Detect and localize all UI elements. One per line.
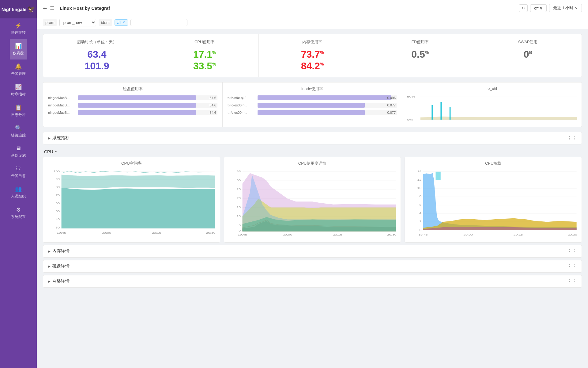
refresh-icon: ↻ xyxy=(522,6,525,10)
svg-text:20:30: 20:30 xyxy=(206,231,215,234)
bottom-section-arrow-icon-2: ▶ xyxy=(48,280,51,283)
svg-text:20:30: 20:30 xyxy=(563,121,573,122)
inode-bar-value-0: 0.096 xyxy=(387,96,396,100)
stat-title-2: 内存使用率 xyxy=(302,39,322,45)
stat-value1-3: 0.5% xyxy=(411,48,429,60)
stat-value1-4: 0B xyxy=(524,48,532,60)
filter-label-prom: prom xyxy=(43,19,57,26)
disk-panel-title: 磁盘使用率 xyxy=(48,86,217,92)
bottom-section-1: ▶ 磁盘详情 ⋮⋮ xyxy=(43,260,582,273)
refresh-button[interactable]: ↻ xyxy=(519,4,528,12)
stat-unit1-3: % xyxy=(425,50,429,55)
filter-tag-close-icon[interactable]: ✕ xyxy=(123,21,125,25)
cpu-load-title: CPU负载 xyxy=(410,161,577,166)
off-button[interactable]: off ∨ xyxy=(530,4,547,12)
stat-title-4: SWAP使用 xyxy=(518,39,538,45)
inode-bar-value-1: 0.077 xyxy=(387,103,396,107)
sidebar-icon-alert-mgmt: 🔔 xyxy=(15,63,22,70)
collapse-icon[interactable]: ☰ xyxy=(50,5,54,11)
svg-text:0: 0 xyxy=(239,229,241,232)
sidebar-item-org[interactable]: 👥人员组织 xyxy=(10,182,27,203)
bottom-section-header-2[interactable]: ▶ 网络详情 ⋮⋮ xyxy=(43,275,582,287)
svg-text:20:30: 20:30 xyxy=(568,233,577,236)
disk-bar-value-2: 84.6 xyxy=(210,111,216,114)
filterbar: prom prom_new ident all ✕ xyxy=(37,16,588,29)
svg-text:70: 70 xyxy=(56,194,60,197)
io-panel-title: io_util xyxy=(407,86,577,91)
svg-rect-63 xyxy=(436,172,441,180)
disk-bar-fill-0 xyxy=(78,95,196,100)
inode-panel: inode使用率 tt-fc-n9e.nj-/ 0.096 tt-fc-es00… xyxy=(223,82,402,127)
stat-value2-2: 84.2% xyxy=(301,60,324,72)
sidebar-item-infra[interactable]: 🖥基础设施 xyxy=(10,142,27,162)
stat-value1-1: 17.1% xyxy=(193,48,216,60)
system-arrow-icon: ▶ xyxy=(48,136,51,140)
inode-panel-title: inode使用率 xyxy=(228,86,397,92)
filter-select-prom[interactable]: prom_new xyxy=(59,19,96,26)
topbar: ⬅ ☰ Linux Host by Categraf ↻ off ∨ 最近 1 … xyxy=(37,0,588,16)
stat-value2-1: 33.5% xyxy=(193,60,216,72)
svg-text:40: 40 xyxy=(56,218,60,221)
filter-search-input[interactable] xyxy=(130,19,187,26)
back-icon[interactable]: ⬅ xyxy=(43,5,47,11)
sidebar-icon-infra: 🖥 xyxy=(16,145,21,152)
sidebar-item-quick-jump[interactable]: ⚡快速跳转 xyxy=(10,18,27,39)
svg-text:100: 100 xyxy=(54,170,60,173)
disk-bar-container-2: 84.6 xyxy=(78,110,217,115)
cpu-section-title: CPU ▾ xyxy=(44,149,57,154)
cpu-idle-title: CPU空闲率 xyxy=(48,161,215,166)
svg-text:20:00: 20:00 xyxy=(460,121,470,122)
sidebar-item-system-cfg[interactable]: ⚙系统配置 xyxy=(10,203,27,223)
app-name: Nightingale xyxy=(2,7,27,12)
bottom-section-header-0[interactable]: ▶ 内存详情 ⋮⋮ xyxy=(43,245,582,257)
svg-text:14: 14 xyxy=(417,170,422,173)
stat-card-0: 启动时长（单位：天）63.4101.9 xyxy=(43,34,151,77)
disk-bar-label-2: ningdeMacB... xyxy=(48,111,76,114)
svg-text:20:30: 20:30 xyxy=(387,233,396,236)
sidebar-item-log-analysis[interactable]: 📋日志分析 xyxy=(10,101,27,121)
bottom-section-dots-0[interactable]: ⋮⋮ xyxy=(567,248,577,254)
cpu-usage-detail-title: CPU使用率详情 xyxy=(229,161,396,166)
time-label: 最近 1 小时 xyxy=(553,6,573,10)
time-range-button[interactable]: 最近 1 小时 ∨ xyxy=(549,4,582,12)
inode-bar-container-1: 0.077 xyxy=(258,103,397,108)
stat-card-3: FD使用率0.5% xyxy=(366,34,474,77)
stat-value1-0: 63.4 xyxy=(87,48,106,60)
svg-text:50%: 50% xyxy=(407,95,415,98)
disk-bar-fill-2 xyxy=(78,110,196,115)
system-dots-icon[interactable]: ⋮⋮ xyxy=(567,135,577,141)
sidebar-item-alert-self[interactable]: 🛡告警自愈 xyxy=(10,162,27,182)
stat-title-0: 启动时长（单位：天） xyxy=(77,39,117,45)
sidebar-item-time-series[interactable]: 📈时序指标 xyxy=(10,80,27,101)
topbar-left: ⬅ ☰ Linux Host by Categraf xyxy=(43,5,110,11)
svg-text:50: 50 xyxy=(56,210,60,213)
chevron-down-icon: ∨ xyxy=(540,6,543,10)
bottom-section-dots-1[interactable]: ⋮⋮ xyxy=(567,263,577,269)
app-logo[interactable]: Nightingale 🦅 xyxy=(0,0,37,18)
bottom-section-label-1: 磁盘详情 xyxy=(52,263,70,269)
app-logo-icon: 🦅 xyxy=(28,6,35,13)
cpu-section-header[interactable]: CPU ▾ xyxy=(43,147,582,157)
sidebar-item-dashboard[interactable]: 📊仪表盘 xyxy=(10,39,27,59)
bottom-section-header-1[interactable]: ▶ 磁盘详情 ⋮⋮ xyxy=(43,260,582,272)
bottom-section-dots-2[interactable]: ⋮⋮ xyxy=(567,278,577,284)
svg-text:19:45: 19:45 xyxy=(415,121,425,122)
svg-text:4: 4 xyxy=(420,212,422,215)
main-content: ⬅ ☰ Linux Host by Categraf ↻ off ∨ 最近 1 … xyxy=(37,0,588,368)
system-section-header[interactable]: ▶ 系统指标 ⋮⋮ xyxy=(43,132,582,144)
sidebar-label-dashboard: 仪表盘 xyxy=(13,51,24,56)
disk-bar-row: ningdeMacB... 84.6 xyxy=(48,110,217,115)
cpu-idle-chart-panel: CPU空闲率 100 90 80 70 60 50 40 30 xyxy=(43,157,220,243)
sidebar-item-alert-mgmt[interactable]: 🔔告警管理 xyxy=(10,59,27,80)
bottom-section-0: ▶ 内存详情 ⋮⋮ xyxy=(43,245,582,258)
cpu-usage-detail-panel: CPU使用率详情 35 30 25 20 15 10 5 0 xyxy=(224,157,401,243)
stat-unit1-1: % xyxy=(212,50,216,55)
sidebar-icon-alert-self: 🛡 xyxy=(16,166,21,172)
sidebar-item-trace[interactable]: 🔍链路追踪 xyxy=(10,121,27,142)
svg-text:20:15: 20:15 xyxy=(333,233,342,236)
disk-bar-container-1: 84.6 xyxy=(78,103,217,108)
off-label: off xyxy=(534,6,538,10)
disk-panel: 磁盘使用率 ningdeMacB... 84.6 ningdeMacB... 8… xyxy=(43,82,223,127)
inode-bar-container-2: 0.077 xyxy=(258,110,397,115)
cpu-usage-detail-area: 35 30 25 20 15 10 5 0 xyxy=(229,169,396,237)
